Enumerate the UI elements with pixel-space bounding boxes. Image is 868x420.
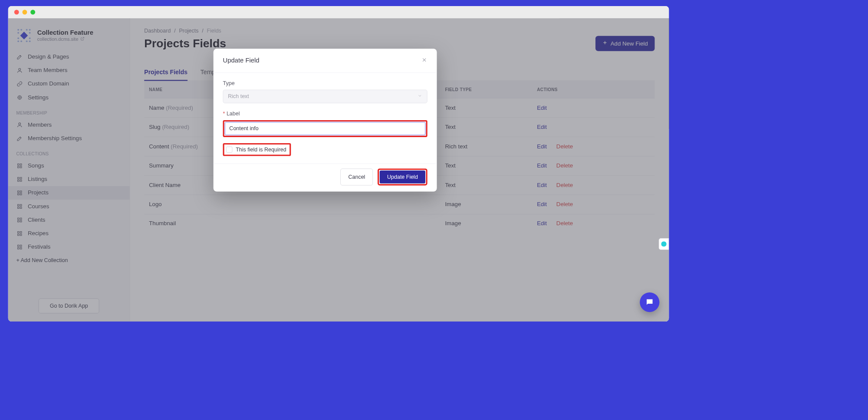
chat-icon[interactable] [640,292,659,312]
update-field-modal: Update Field Type Rich text Label [214,49,437,191]
modal-title: Update Field [223,57,260,64]
minimize-window-icon[interactable] [22,10,27,15]
type-select[interactable]: Rich text [223,90,427,103]
help-side-badge[interactable] [659,238,669,250]
required-checkbox-label: This field is Required [236,147,286,153]
maximize-window-icon[interactable] [30,10,35,15]
close-window-icon[interactable] [14,10,19,15]
required-checkbox[interactable] [226,147,232,153]
chevron-down-icon [418,93,422,99]
update-button-highlight: Update Field [378,168,427,185]
label-input[interactable] [225,122,425,135]
label-input-highlight [223,120,427,137]
close-icon[interactable] [421,56,427,65]
label-label: Label [223,111,427,117]
required-checkbox-highlight: This field is Required [223,143,291,156]
type-select-value: Rich text [228,93,249,99]
update-field-button[interactable]: Update Field [380,171,425,184]
cancel-button[interactable]: Cancel [341,168,373,185]
titlebar [8,6,669,18]
app-window: Collection Feature collection.dcms.site … [7,5,671,323]
type-label: Type [223,80,427,86]
